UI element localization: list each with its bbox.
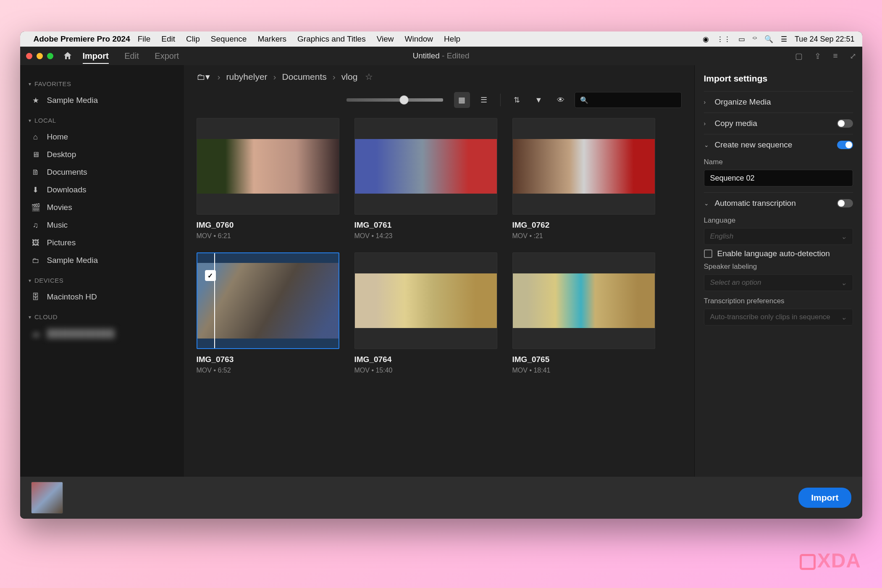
workspace-icon[interactable]: ▢ [795, 51, 803, 61]
clip-card[interactable]: ✓IMG_0763MOV • 6:52 [197, 252, 339, 374]
clip-thumbnail[interactable]: ✓ [197, 252, 339, 349]
folder-up-icon[interactable]: 🗀▾ [197, 72, 210, 82]
search-input[interactable]: 🔍 [575, 92, 682, 108]
desktop-icon: 🖥 [31, 150, 40, 159]
clip-thumbnail[interactable] [354, 252, 497, 349]
tab-import[interactable]: Import [83, 51, 109, 64]
clip-meta: MOV • 6:52 [197, 367, 339, 374]
crumb-user[interactable]: rubyhelyer [226, 72, 268, 82]
app-name[interactable]: Adobe Premiere Pro 2024 [34, 34, 130, 44]
sidebar-item-home[interactable]: ⌂Home [26, 128, 178, 146]
search-icon: 🔍 [580, 96, 588, 104]
screen-record-icon[interactable]: ◉ [703, 35, 709, 44]
auto-transcription-toggle[interactable] [837, 199, 853, 207]
movie-icon: 🎬 [31, 203, 40, 212]
menu-edit[interactable]: Edit [161, 34, 175, 44]
battery-icon[interactable]: ▭ [738, 35, 745, 44]
sidebar-item-macintosh-hd[interactable]: 🗄Macintosh HD [26, 288, 178, 306]
trans-pref-select[interactable]: Auto-transcribe only clips in sequence⌄ [704, 309, 853, 326]
clip-thumbnail[interactable] [512, 252, 655, 349]
clip-card[interactable]: IMG_0762MOV • :21 [512, 118, 655, 240]
filter-icon[interactable]: ▼ [531, 92, 547, 108]
star-icon: ★ [31, 96, 40, 105]
local-header[interactable]: ▾LOCAL [29, 117, 178, 124]
creative-cloud-icon[interactable]: ⋮⋮ [717, 35, 731, 44]
sort-icon[interactable]: ⇅ [509, 92, 525, 108]
clip-thumbnail[interactable] [197, 118, 339, 215]
language-select[interactable]: English⌄ [704, 228, 853, 245]
preview-toggle-icon[interactable]: 👁 [553, 92, 569, 108]
clip-thumbnail[interactable] [512, 118, 655, 215]
selection-check-icon[interactable]: ✓ [205, 270, 216, 281]
thumbnail-size-slider[interactable] [346, 98, 443, 102]
list-view-icon[interactable]: ☰ [476, 92, 492, 108]
queue-icon[interactable]: ≡ [833, 51, 837, 61]
import-settings-panel: Import settings ›Organize Media ›Copy me… [694, 65, 862, 477]
auto-detect-checkbox[interactable] [704, 249, 712, 258]
sidebar-item-movies[interactable]: 🎬Movies [26, 199, 178, 216]
tab-export[interactable]: Export [155, 51, 179, 60]
name-label: Name [704, 158, 853, 166]
control-center-icon[interactable]: ☰ [781, 35, 787, 44]
wifi-icon[interactable]: ⌔ [753, 35, 757, 43]
clip-card[interactable]: IMG_0764MOV • 15:40 [354, 252, 497, 374]
menu-help[interactable]: Help [444, 34, 460, 44]
sidebar-item-music[interactable]: ♫Music [26, 216, 178, 234]
menu-markers[interactable]: Markers [257, 34, 286, 44]
clip-thumbnail[interactable] [354, 118, 497, 215]
grid-view-icon[interactable]: ▦ [454, 92, 470, 108]
sidebar-item-desktop[interactable]: 🖥Desktop [26, 146, 178, 163]
favorite-star-icon[interactable]: ☆ [365, 72, 373, 82]
clip-card[interactable]: IMG_0761MOV • 14:23 [354, 118, 497, 240]
clip-meta: MOV • 14:23 [354, 232, 497, 240]
create-sequence-toggle[interactable] [837, 141, 853, 149]
chevron-down-icon: ⌄ [841, 232, 847, 241]
sequence-name-input[interactable] [704, 170, 853, 186]
traffic-lights[interactable] [26, 53, 53, 59]
disk-icon: 🗄 [31, 293, 40, 302]
chevron-down-icon: ⌄ [704, 200, 710, 207]
acc-copy-media[interactable]: ›Copy media [704, 113, 853, 134]
close-icon[interactable] [26, 53, 32, 59]
home-folder-icon: ⌂ [31, 133, 40, 142]
speaker-label: Speaker labeling [704, 262, 853, 271]
menu-file[interactable]: File [138, 34, 151, 44]
acc-create-sequence[interactable]: ⌄Create new sequence [704, 134, 853, 155]
clip-card[interactable]: IMG_0765MOV • 18:41 [512, 252, 655, 374]
chevron-right-icon: › [704, 120, 710, 127]
tab-edit[interactable]: Edit [124, 51, 139, 60]
copy-media-toggle[interactable] [837, 119, 853, 128]
sidebar-item-downloads[interactable]: ⬇Downloads [26, 181, 178, 199]
crumb-vlog[interactable]: vlog [341, 72, 358, 82]
menu-sequence[interactable]: Sequence [211, 34, 247, 44]
clip-card[interactable]: IMG_0760MOV • 6:21 [197, 118, 339, 240]
devices-header[interactable]: ▾DEVICES [29, 277, 178, 284]
cloud-header[interactable]: ▾CLOUD [29, 313, 178, 320]
auto-detect-row[interactable]: Enable language auto-detection [704, 245, 853, 262]
sidebar-item-sample-media[interactable]: 🗀Sample Media [26, 252, 178, 269]
selected-clip-thumbnail[interactable] [31, 482, 63, 514]
menubar-datetime[interactable]: Tue 24 Sep 22:51 [795, 35, 854, 44]
fullscreen-icon[interactable]: ⤢ [850, 51, 856, 61]
favorites-header[interactable]: ▾FAVORITES [29, 80, 178, 87]
acc-organize[interactable]: ›Organize Media [704, 91, 853, 113]
menu-view[interactable]: View [377, 34, 394, 44]
minimize-icon[interactable] [37, 53, 43, 59]
sidebar-item-pictures[interactable]: 🖼Pictures [26, 234, 178, 252]
speaker-select[interactable]: Select an option⌄ [704, 274, 853, 291]
clip-name: IMG_0764 [354, 355, 497, 364]
menu-clip[interactable]: Clip [186, 34, 200, 44]
sidebar-item-sample-media-fav[interactable]: ★Sample Media [26, 92, 178, 109]
menu-window[interactable]: Window [405, 34, 433, 44]
acc-auto-transcription[interactable]: ⌄Automatic transcription [704, 192, 853, 214]
playhead[interactable] [214, 253, 215, 348]
import-button[interactable]: Import [798, 488, 851, 508]
zoom-icon[interactable] [47, 53, 53, 59]
sidebar-item-documents[interactable]: 🗎Documents [26, 163, 178, 181]
spotlight-icon[interactable]: 🔍 [764, 35, 773, 44]
share-icon[interactable]: ⇪ [814, 51, 821, 61]
crumb-documents[interactable]: Documents [282, 72, 327, 82]
menu-graphics[interactable]: Graphics and Titles [297, 34, 366, 44]
sidebar-item-cloud-account[interactable]: ☁████████████ [26, 325, 178, 342]
home-icon[interactable] [63, 51, 73, 61]
